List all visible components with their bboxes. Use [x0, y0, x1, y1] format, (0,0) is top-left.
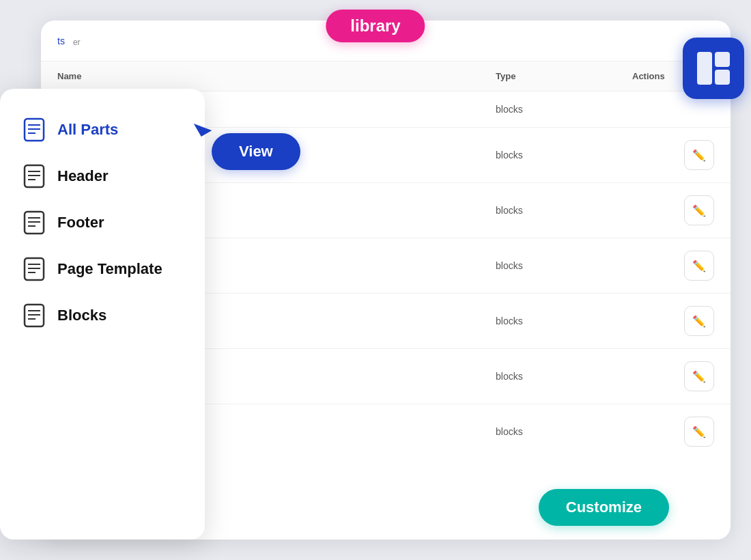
- row-action: ✏️: [632, 251, 714, 281]
- customize-badge-label: Customize: [566, 499, 642, 516]
- edit-button[interactable]: ✏️: [684, 361, 714, 391]
- sidebar-item-label-header: Header: [57, 167, 109, 185]
- sidebar-item-page-template[interactable]: Page Template: [14, 247, 191, 291]
- breadcrumb-sub: er: [73, 38, 81, 47]
- document-icon: [22, 210, 46, 235]
- sidebar-item-header[interactable]: Header: [14, 154, 191, 198]
- col-header-type: Type: [496, 71, 632, 81]
- row-action: ✏️: [632, 306, 714, 336]
- app-icon[interactable]: [683, 38, 744, 99]
- sidebar-item-all-parts[interactable]: All Parts: [14, 108, 191, 152]
- row-type: blocks: [496, 150, 632, 160]
- svg-rect-2: [715, 70, 730, 85]
- document-icon: [22, 117, 46, 142]
- row-type: blocks: [496, 371, 632, 382]
- document-icon: [22, 164, 46, 188]
- sidebar-item-footer[interactable]: Footer: [14, 201, 191, 244]
- sidebar-item-label-page-template: Page Template: [57, 260, 162, 278]
- document-icon: [22, 257, 46, 281]
- row-action: ✏️: [632, 140, 714, 170]
- layout-icon: [696, 51, 731, 86]
- sidebar-item-blocks[interactable]: Blocks: [14, 294, 191, 337]
- customize-badge[interactable]: Customize: [539, 489, 669, 526]
- edit-button[interactable]: ✏️: [684, 417, 714, 447]
- edit-button[interactable]: ✏️: [684, 195, 714, 225]
- row-action: ✏️: [632, 361, 714, 391]
- row-type: blocks: [496, 104, 632, 115]
- table-header: Name Type Actions: [41, 61, 731, 92]
- edit-button[interactable]: ✏️: [684, 306, 714, 336]
- sidebar-item-label-all-parts: All Parts: [57, 121, 118, 139]
- library-badge-label: library: [350, 16, 400, 35]
- row-action: ✏️: [632, 195, 714, 225]
- sidebar: All Parts Header Footer: [0, 89, 205, 540]
- row-type: blocks: [496, 260, 632, 271]
- sidebar-item-label-footer: Footer: [57, 214, 104, 232]
- edit-button[interactable]: ✏️: [684, 140, 714, 170]
- row-type: blocks: [496, 205, 632, 216]
- row-type: blocks: [496, 316, 632, 326]
- sidebar-item-label-blocks: Blocks: [57, 307, 107, 324]
- view-badge-label: View: [239, 143, 273, 160]
- document-icon: [22, 303, 46, 328]
- col-header-name: Name: [57, 71, 496, 81]
- row-action: ✏️: [632, 417, 714, 447]
- edit-button[interactable]: ✏️: [684, 251, 714, 281]
- breadcrumb-link[interactable]: ts: [57, 36, 65, 46]
- row-type: blocks: [496, 426, 632, 437]
- library-badge[interactable]: library: [326, 10, 425, 42]
- svg-rect-0: [697, 52, 712, 85]
- svg-rect-1: [715, 52, 730, 67]
- view-badge[interactable]: View: [212, 133, 300, 170]
